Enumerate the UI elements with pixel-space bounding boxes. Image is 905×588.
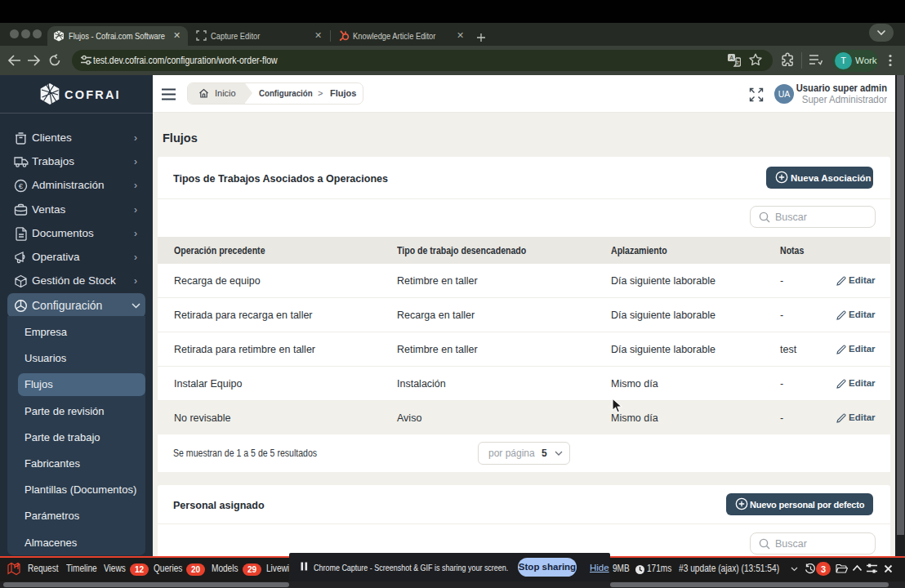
svg-text:A: A	[729, 55, 733, 60]
svg-text:€: €	[19, 181, 24, 190]
svg-text:文: 文	[735, 60, 741, 65]
